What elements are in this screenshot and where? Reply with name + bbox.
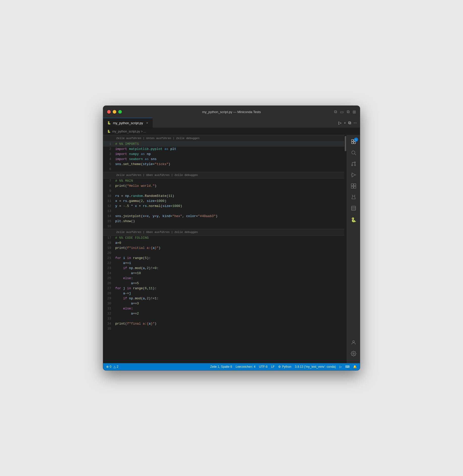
line-content[interactable]: print(f"initial a:{a}")	[115, 246, 344, 251]
table-row: 5 sns.set_theme(style="ticks")	[103, 162, 344, 167]
line-content[interactable]: print("Hello world.")	[115, 183, 344, 189]
line-content[interactable]: a+=5	[115, 281, 344, 286]
status-run[interactable]: ▷	[339, 365, 342, 368]
title-bar: my_python_script.py — Miniconda Tests ⧉ …	[103, 106, 360, 118]
line-number: 15	[103, 219, 115, 224]
window-title: my_python_script.py — Miniconda Tests	[202, 110, 261, 114]
language-text: Python	[282, 365, 291, 368]
extensions-icon	[351, 183, 356, 190]
cell-bar-3-text[interactable]: Zelle ausführen | Oben ausführen | Zelle…	[116, 230, 198, 235]
cell-bar-2-text[interactable]: Zelle ausführen | Oben ausführen | Zelle…	[116, 173, 198, 178]
line-number: 28	[103, 291, 115, 296]
tab-close-button[interactable]: ✕	[146, 121, 148, 125]
more-actions-button[interactable]: ···	[354, 121, 357, 125]
table-row: 4 import seaborn as sns	[103, 157, 344, 162]
line-content[interactable]: for i in range(5):	[115, 256, 344, 261]
status-terminal[interactable]: ⌨	[345, 365, 350, 368]
line-number: 34	[103, 321, 115, 326]
line-content[interactable]: plt.show()	[115, 219, 344, 224]
layout-icon[interactable]: ▭	[340, 110, 344, 114]
table-row: 19 print(f"initial a:{a}")	[103, 246, 344, 251]
activity-item-settings[interactable]	[349, 349, 359, 359]
warning-icon: △	[113, 365, 116, 368]
line-content[interactable]: # %% MAIN	[115, 178, 344, 183]
line-content[interactable]: a+=3	[115, 301, 344, 306]
status-errors[interactable]: ⊗ 0 △ 2	[106, 365, 118, 368]
line-content[interactable]: else:	[115, 276, 344, 281]
line-content[interactable]: if np.mod(a,2)!=0:	[115, 266, 344, 271]
code-editor[interactable]: Zelle ausführen | Unten ausführen | Zell…	[103, 135, 344, 363]
line-content[interactable]: import seaborn as sns	[115, 157, 344, 162]
table-row: 18 a=0	[103, 241, 344, 246]
table-row: 7 # %% MAIN	[103, 178, 344, 183]
warning-count: 2	[117, 365, 119, 368]
status-python-version[interactable]: 3.9.13 ('my_test_venv': conda)	[295, 365, 336, 368]
line-content[interactable]: a-=j	[115, 291, 344, 296]
activity-item-debug[interactable]	[349, 170, 359, 180]
line-content[interactable]: a+=i	[115, 261, 344, 266]
status-language[interactable]: ⚙ Python	[278, 365, 291, 368]
activity-item-python[interactable]: 🐍	[349, 215, 359, 225]
line-number: 8	[103, 183, 115, 189]
activity-item-git[interactable]	[349, 159, 359, 169]
breadcrumb-path[interactable]: my_python_script.py > ...	[112, 130, 146, 133]
status-notifications[interactable]: 🔔	[353, 365, 357, 368]
status-position[interactable]: Zeile 1, Spalte 8	[210, 365, 232, 368]
activity-bar-bottom	[349, 338, 359, 361]
line-content[interactable]: y = -.5 * x + rs.normal(size=1000)	[115, 204, 344, 209]
line-content[interactable]: rs = np.random.RandomState(11)	[115, 194, 344, 199]
maximize-button[interactable]	[118, 110, 122, 114]
activity-item-extensions[interactable]	[349, 181, 359, 192]
activity-item-explorer[interactable]: 1	[349, 137, 359, 147]
svg-rect-14	[354, 183, 356, 186]
line-number: 33	[103, 316, 115, 321]
line-content[interactable]: x = rs.gamma(2, size=1000)	[115, 199, 344, 204]
line-content[interactable]: import matplotlib.pyplot as plt	[115, 147, 344, 152]
status-encoding[interactable]: UTF-8	[259, 365, 268, 368]
line-number: 18	[103, 241, 115, 246]
line-content[interactable]: import numpy as np	[115, 152, 344, 157]
line-number: 26	[103, 281, 115, 286]
status-spaces[interactable]: Leerzeichen: 4	[236, 365, 255, 368]
line-content[interactable]: sns.jointplot(x=x, y=y, kind="hex", colo…	[115, 214, 344, 219]
layout2-icon[interactable]: ⧉	[347, 110, 350, 114]
line-number: 5	[103, 162, 115, 167]
terminal-icon: ⌨	[345, 365, 350, 368]
cell-bar-1: Zelle ausführen | Unten ausführen | Zell…	[103, 135, 344, 142]
activity-item-accounts[interactable]	[349, 338, 359, 348]
accounts-icon	[351, 340, 356, 347]
activity-item-testing[interactable]	[349, 193, 359, 203]
close-button[interactable]	[107, 110, 111, 114]
line-content[interactable]: # %% CODE FOLDING	[115, 235, 344, 241]
spaces-text: Leerzeichen: 4	[236, 365, 255, 368]
line-content[interactable]: a+=10	[115, 271, 344, 276]
run-button[interactable]: ▷	[338, 120, 341, 125]
tab-actions: ▷ ∨ ⧉ ···	[338, 118, 360, 128]
split-editor-icon[interactable]: ⧉	[334, 110, 337, 114]
line-number: 27	[103, 286, 115, 291]
line-content[interactable]: if np.mod(a,2)!=1:	[115, 296, 344, 301]
cell-bar-1-text[interactable]: Zelle ausführen | Unten ausführen | Zell…	[116, 136, 199, 141]
minimize-button[interactable]	[113, 110, 116, 114]
editor-scrollbar[interactable]	[344, 135, 347, 363]
svg-marker-10	[352, 173, 355, 177]
run-dropdown-icon[interactable]: ∨	[344, 121, 346, 124]
line-content[interactable]: a=0	[115, 241, 344, 246]
svg-rect-13	[351, 183, 353, 186]
line-content[interactable]: sns.set_theme(style="ticks")	[115, 162, 344, 167]
line-content[interactable]: a+=2	[115, 311, 344, 316]
table-row: 11 x = rs.gamma(2, size=1000)	[103, 199, 344, 204]
status-eol[interactable]: LF	[271, 365, 275, 368]
customize-icon[interactable]: ⊞	[353, 110, 356, 114]
activity-item-search[interactable]	[349, 148, 359, 158]
split-editor-button[interactable]: ⧉	[348, 121, 351, 125]
tab-my-python-script[interactable]: 🐍 my_python_script.py ✕	[103, 118, 153, 128]
line-content[interactable]: for j in range(6,11):	[115, 286, 344, 291]
run-status-icon: ▷	[339, 365, 342, 368]
line-content[interactable]: else:	[115, 306, 344, 311]
table-row: 30 a+=3	[103, 301, 344, 306]
line-content[interactable]: print(f"final a:{a}")	[115, 321, 344, 326]
activity-item-jupyter[interactable]	[349, 204, 359, 214]
svg-rect-15	[351, 186, 353, 188]
line-content[interactable]: # %% IMPORTS	[115, 142, 344, 147]
